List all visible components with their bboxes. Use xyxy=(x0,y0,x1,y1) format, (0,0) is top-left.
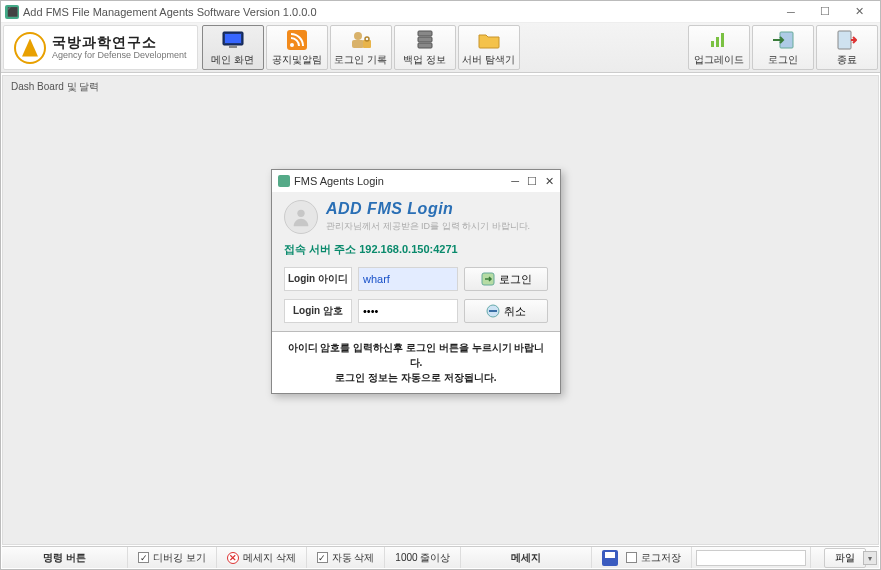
message-delete-button[interactable]: ✕ 메세지 삭제 xyxy=(217,547,307,568)
line-threshold[interactable]: 1000 줄이상 xyxy=(385,547,461,568)
toolbar-explorer-label: 서버 탐색기 xyxy=(462,53,515,67)
toolbar-explorer-button[interactable]: 서버 탐색기 xyxy=(458,25,520,70)
login-id-input[interactable] xyxy=(358,267,458,291)
svg-rect-14 xyxy=(721,33,724,47)
log-save-label: 로그저장 xyxy=(641,551,681,565)
modal-titlebar: FMS Agents Login ─ ☐ ✕ xyxy=(272,170,560,192)
modal-minimize-button[interactable]: ─ xyxy=(511,175,519,188)
window-controls: ─ ☐ ✕ xyxy=(774,2,876,22)
svg-rect-6 xyxy=(352,40,364,48)
file-button[interactable]: 파일 xyxy=(824,548,866,568)
toolbar-login-label: 로그인 xyxy=(768,53,798,67)
login-pw-input[interactable] xyxy=(358,299,458,323)
svg-rect-8 xyxy=(365,37,369,41)
save-icon xyxy=(602,550,618,566)
folder-icon xyxy=(478,29,500,51)
login-cancel-label: 취소 xyxy=(504,304,526,319)
modal-title-text: FMS Agents Login xyxy=(294,175,511,187)
svg-rect-12 xyxy=(711,41,714,47)
svg-rect-2 xyxy=(229,46,237,48)
login-footer-line2: 로그인 정보는 자동으로 저장됩니다. xyxy=(282,370,550,385)
svg-point-4 xyxy=(290,43,294,47)
login-subtitle: 관리자님께서 제공받은 ID를 입력 하시기 바랍니다. xyxy=(326,220,530,233)
brand-name-ko: 국방과학연구소 xyxy=(52,34,187,50)
brand-block: 국방과학연구소 Agency for Defense Development xyxy=(3,25,198,70)
message-delete-label: 메세지 삭제 xyxy=(243,551,296,565)
modal-app-icon xyxy=(278,175,290,187)
close-button[interactable]: ✕ xyxy=(842,2,876,22)
server-info: 접속 서버 주소 192.168.0.150:4271 xyxy=(284,242,548,257)
main-toolbar: 국방과학연구소 Agency for Defense Development 메… xyxy=(1,23,880,73)
log-save-checkbox[interactable] xyxy=(626,552,637,563)
svg-rect-10 xyxy=(418,37,432,42)
svg-point-5 xyxy=(354,32,362,40)
brand-logo-icon xyxy=(14,32,46,64)
exit-icon xyxy=(837,29,857,51)
cancel-icon xyxy=(486,304,500,318)
statusbar: 명령 버튼 ✓ 디버깅 보기 ✕ 메세지 삭제 ✓ 자동 삭제 1000 줄이상… xyxy=(2,546,879,568)
modal-maximize-button[interactable]: ☐ xyxy=(527,175,537,188)
svg-rect-9 xyxy=(418,31,432,36)
breadcrumb: Dash Board 및 달력 xyxy=(3,76,878,98)
brand-name-en: Agency for Defense Development xyxy=(52,50,187,60)
toolbar-loginlog-button[interactable]: 로그인 기록 xyxy=(330,25,392,70)
monitor-icon xyxy=(222,29,244,51)
toolbar-notice-label: 공지및알림 xyxy=(272,53,322,67)
toolbar-upgrade-button[interactable]: 업그레이드 xyxy=(688,25,750,70)
log-path-input[interactable] xyxy=(696,550,806,566)
login-id-label: Login 아이디 xyxy=(284,267,352,291)
message-header: 메세지 xyxy=(461,547,592,568)
modal-close-button[interactable]: ✕ xyxy=(545,175,554,188)
command-button-label: 명령 버튼 xyxy=(2,547,128,568)
maximize-button[interactable]: ☐ xyxy=(808,2,842,22)
login-cancel-button[interactable]: 취소 xyxy=(464,299,548,323)
scroll-corner[interactable]: ▾ xyxy=(863,551,877,565)
toolbar-loginlog-label: 로그인 기록 xyxy=(334,53,387,67)
toolbar-main-label: 메인 화면 xyxy=(211,53,254,67)
key-icon xyxy=(481,272,495,286)
svg-rect-1 xyxy=(225,34,241,43)
login-submit-button[interactable]: 로그인 xyxy=(464,267,548,291)
minimize-button[interactable]: ─ xyxy=(774,2,808,22)
toolbar-backup-button[interactable]: 백업 정보 xyxy=(394,25,456,70)
login-icon xyxy=(772,29,794,51)
toolbar-backup-label: 백업 정보 xyxy=(403,53,446,67)
login-pw-label: Login 암호 xyxy=(284,299,352,323)
auto-delete-toggle[interactable]: ✓ 자동 삭제 xyxy=(307,547,386,568)
svg-rect-16 xyxy=(838,31,851,49)
auto-delete-label: 자동 삭제 xyxy=(332,551,375,565)
server-icon xyxy=(416,29,434,51)
lock-user-icon xyxy=(350,29,372,51)
debug-view-toggle[interactable]: ✓ 디버깅 보기 xyxy=(128,547,217,568)
window-titlebar: ⬛ Add FMS File Management Agents Softwar… xyxy=(1,1,880,23)
auto-delete-checkbox[interactable]: ✓ xyxy=(317,552,328,563)
debug-checkbox[interactable]: ✓ xyxy=(138,552,149,563)
login-footer-line1: 아이디 암호를 입력하신후 로그인 버튼을 누르시기 바랍니다. xyxy=(282,340,550,370)
toolbar-notice-button[interactable]: 공지및알림 xyxy=(266,25,328,70)
window-title: Add FMS File Management Agents Software … xyxy=(23,6,774,18)
x-icon: ✕ xyxy=(227,552,239,564)
debug-view-label: 디버깅 보기 xyxy=(153,551,206,565)
toolbar-main-button[interactable]: 메인 화면 xyxy=(202,25,264,70)
app-icon: ⬛ xyxy=(5,5,19,19)
toolbar-exit-button[interactable]: 종료 xyxy=(816,25,878,70)
rss-icon xyxy=(287,29,307,51)
svg-rect-20 xyxy=(489,310,497,312)
toolbar-login-button[interactable]: 로그인 xyxy=(752,25,814,70)
chart-icon xyxy=(709,29,729,51)
avatar-icon xyxy=(284,200,318,234)
toolbar-exit-label: 종료 xyxy=(837,53,857,67)
server-address: 192.168.0.150:4271 xyxy=(359,243,457,255)
toolbar-upgrade-label: 업그레이드 xyxy=(694,53,744,67)
login-submit-label: 로그인 xyxy=(499,272,532,287)
login-modal: FMS Agents Login ─ ☐ ✕ ADD FMS Login 관리자… xyxy=(271,169,561,394)
svg-rect-11 xyxy=(418,43,432,48)
log-save-group: 로그저장 xyxy=(592,547,692,568)
line-threshold-label: 1000 줄이상 xyxy=(395,551,450,565)
login-footer: 아이디 암호를 입력하신후 로그인 버튼을 누르시기 바랍니다. 로그인 정보는… xyxy=(272,331,560,393)
svg-point-17 xyxy=(297,210,304,217)
server-label: 접속 서버 주소 xyxy=(284,243,356,255)
login-heading: ADD FMS Login xyxy=(326,200,530,218)
svg-rect-13 xyxy=(716,37,719,47)
